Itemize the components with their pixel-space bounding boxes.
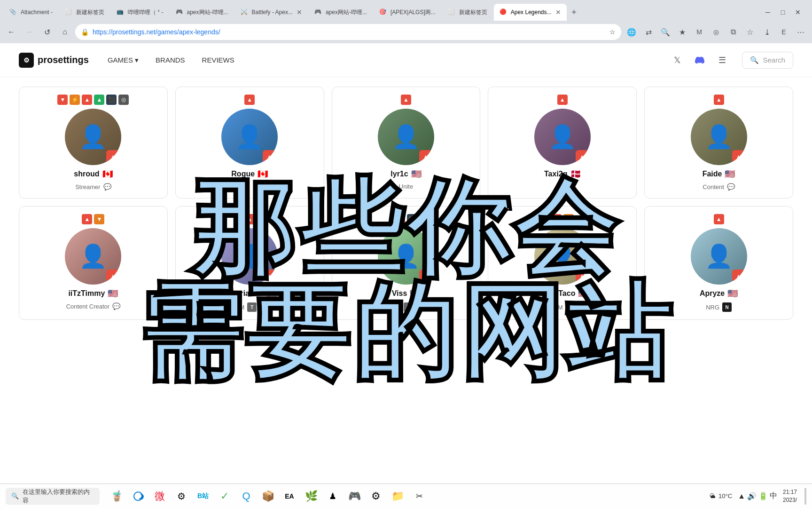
- tab-apex2[interactable]: 🎮 apex网站-哔哩...: [309, 4, 373, 21]
- discord-icon[interactable]: [691, 52, 708, 69]
- player-name-row: shroud 🇨🇦: [74, 169, 112, 179]
- player-card-iitzTimmy[interactable]: ▲ ▼ 👤 ▲ iiTzTimmy 🇺🇸 Content Creator 💬: [19, 206, 168, 320]
- player-card-rogue[interactable]: ▲ 👤 ▲ Rogue 🇨🇦: [175, 87, 324, 198]
- player-card-chocotaco[interactable]: ▲ ▲ 👤 ▲ chocoTaco 🇺🇸 TSM T: [488, 206, 637, 320]
- player-flag: 🇨🇦: [258, 169, 268, 179]
- tab-bili[interactable]: 📺 哔哩哔哩（ ° -: [111, 4, 169, 21]
- badge-orange: ⚡: [70, 95, 80, 105]
- taskbar-clip-icon[interactable]: ✂: [410, 487, 429, 506]
- audio-icon[interactable]: 🔊: [747, 492, 757, 500]
- player-card-taxi2g[interactable]: ▲ 👤 ▲ Taxi2g 🇩🇰: [488, 87, 637, 198]
- minimize-button[interactable]: ─: [761, 6, 774, 19]
- edge-profile-icon[interactable]: E: [776, 24, 791, 40]
- nav-games[interactable]: GAMES ▾: [100, 52, 146, 68]
- address-bar[interactable]: 🔒 https://prosettings.net/games/apex-leg…: [75, 24, 621, 40]
- settings-icon[interactable]: ⋯: [793, 24, 808, 40]
- player-card-faide[interactable]: ▲ 👤 ▲ Faide 🇺🇸 Content 💬: [644, 87, 793, 198]
- player-card-shroud[interactable]: ▼ ⚡ ▲ ▲ ⬛ ◎ 👤 ▲ shroud 🇨🇦 Streamer: [19, 87, 168, 198]
- download-icon[interactable]: ⤓: [759, 24, 774, 40]
- show-desktop-button[interactable]: [804, 488, 806, 505]
- menu-icon[interactable]: ☰: [714, 52, 731, 69]
- favorites2-icon[interactable]: ☆: [742, 24, 757, 40]
- translate2-icon[interactable]: ⇄: [641, 24, 656, 40]
- taskbar-ea-icon[interactable]: EA: [280, 487, 299, 506]
- extension2-icon[interactable]: ◎: [709, 24, 724, 40]
- team-name: NRG: [706, 304, 719, 311]
- site-logo[interactable]: ⚙ prosettings: [19, 53, 89, 68]
- badge-apex: ▲: [82, 95, 92, 105]
- tab-attachment[interactable]: 📎 Attachment -: [4, 4, 58, 21]
- team-name: Unite: [399, 183, 413, 190]
- tab-apex-legends[interactable]: 🔴 Apex Legends... ✕: [494, 4, 567, 21]
- tab-favicon: ⬜: [448, 8, 455, 16]
- taskbar-qq-icon[interactable]: Q: [237, 487, 256, 506]
- taskbar-settings-icon[interactable]: ⚙: [367, 487, 385, 506]
- extension-icon[interactable]: M: [692, 24, 707, 40]
- maximize-button[interactable]: □: [776, 6, 789, 19]
- nav-reviews[interactable]: REVIEWS: [195, 52, 242, 68]
- badge-apex: ▲: [395, 214, 405, 224]
- player-badges: ▲: [714, 214, 724, 224]
- discord-icon: 💬: [103, 183, 111, 190]
- new-tab-button[interactable]: +: [568, 6, 581, 19]
- tab-close-icon[interactable]: ✕: [297, 8, 302, 16]
- bookmark-star-icon[interactable]: ☆: [609, 28, 616, 36]
- taskbar-edge-icon[interactable]: [129, 487, 148, 506]
- player-name: ImperialHal: [223, 289, 263, 298]
- player-avatar: 👤 ▲: [691, 109, 747, 165]
- site-navbar: ⚙ prosettings GAMES ▾ BRANDS REVIEWS 𝕏 ☰: [0, 43, 812, 77]
- tab-newtab1[interactable]: ⬜ 新建标签页: [59, 4, 110, 21]
- nav-brands[interactable]: BRANDS: [148, 52, 193, 68]
- zoom-icon[interactable]: 🔍: [658, 24, 673, 40]
- player-flag: 🇺🇸: [578, 288, 588, 299]
- tab-newtab2[interactable]: ⬜ 新建标签页: [442, 4, 493, 21]
- badge-apex: ▲: [557, 95, 568, 105]
- back-button[interactable]: ←: [4, 24, 19, 40]
- tab-algs[interactable]: 🎯 [APEX|ALGS]两...: [374, 4, 441, 21]
- lock-icon: 🔒: [81, 28, 89, 36]
- taskbar-search[interactable]: 🔍 在这里输入你要搜索的内容: [6, 488, 100, 505]
- player-flag: 🇺🇸: [410, 288, 420, 299]
- taskbar-red-icon[interactable]: 🎮: [345, 487, 364, 506]
- translate-icon[interactable]: 🌐: [624, 24, 639, 40]
- player-badges: ▲: [714, 95, 724, 105]
- ime-icon[interactable]: 中: [770, 491, 777, 501]
- team-logo: T: [247, 302, 257, 312]
- time-display: 21:17: [783, 488, 797, 496]
- player-name-row: Faide 🇺🇸: [703, 169, 735, 179]
- player-card-viss[interactable]: ▲ ⬛ 👤 ▲ Viss 🇺🇸 TSM T 💬: [332, 206, 481, 320]
- battery-icon[interactable]: 🔋: [758, 492, 768, 500]
- player-card-lyr1c[interactable]: ▲ 👤 ▲ lyr1c 🇺🇸 Unite: [332, 87, 481, 198]
- tab-apex1[interactable]: 🎮 apex网站-哔哩...: [170, 4, 234, 21]
- tab-favicon: 📎: [9, 8, 17, 16]
- taskbar-files-icon[interactable]: 📁: [388, 487, 407, 506]
- taskbar-weibo-icon[interactable]: 微: [150, 487, 169, 506]
- site-search-input[interactable]: 🔍 Search: [742, 52, 793, 69]
- forward-button[interactable]: →: [22, 24, 37, 40]
- game-badge: ▲: [419, 270, 432, 283]
- tab-battlefy[interactable]: ⚔️ Battlefy - Apex... ✕: [235, 4, 308, 21]
- favorites-icon[interactable]: ★: [675, 24, 690, 40]
- taskbar-bilibili-icon[interactable]: B站: [194, 487, 212, 506]
- wifi-icon[interactable]: ▲: [738, 492, 745, 500]
- taskbar-steam2-icon[interactable]: ♟: [323, 487, 342, 506]
- close-button[interactable]: ✕: [791, 6, 804, 19]
- taskbar-orange-icon[interactable]: 📦: [258, 487, 277, 506]
- player-name-row: ImperialHal 🇺🇸: [223, 288, 276, 299]
- collections-icon[interactable]: ⧉: [726, 24, 741, 40]
- taskbar-time[interactable]: 21:17 2023/: [783, 488, 797, 504]
- badge-dark: ⬛: [106, 95, 117, 105]
- tab-close-icon[interactable]: ✕: [555, 8, 561, 16]
- refresh-button[interactable]: ↺: [39, 24, 55, 40]
- browser-chrome: 📎 Attachment - ⬜ 新建标签页 📺 哔哩哔哩（ ° - 🎮 ape…: [0, 0, 812, 43]
- twitter-icon[interactable]: 𝕏: [669, 52, 686, 69]
- player-team: TSM T: [550, 302, 575, 312]
- home-button[interactable]: ⌂: [57, 24, 72, 40]
- tab-label: Battlefy - Apex...: [252, 9, 293, 16]
- taskbar-green-icon[interactable]: ✓: [215, 487, 234, 506]
- player-card-imperialhal[interactable]: ▲ 👤 ▲ ImperialHal 🇺🇸 TSM T 💬: [175, 206, 324, 320]
- taskbar-steam-icon[interactable]: ⚙: [172, 487, 191, 506]
- taskbar-green2-icon[interactable]: 🌿: [302, 487, 320, 506]
- taskbar-bubble-tea-icon[interactable]: 🧋: [107, 487, 126, 506]
- player-card-apryze[interactable]: ▲ 👤 ▲ Apryze 🇺🇸 NRG N: [644, 206, 793, 320]
